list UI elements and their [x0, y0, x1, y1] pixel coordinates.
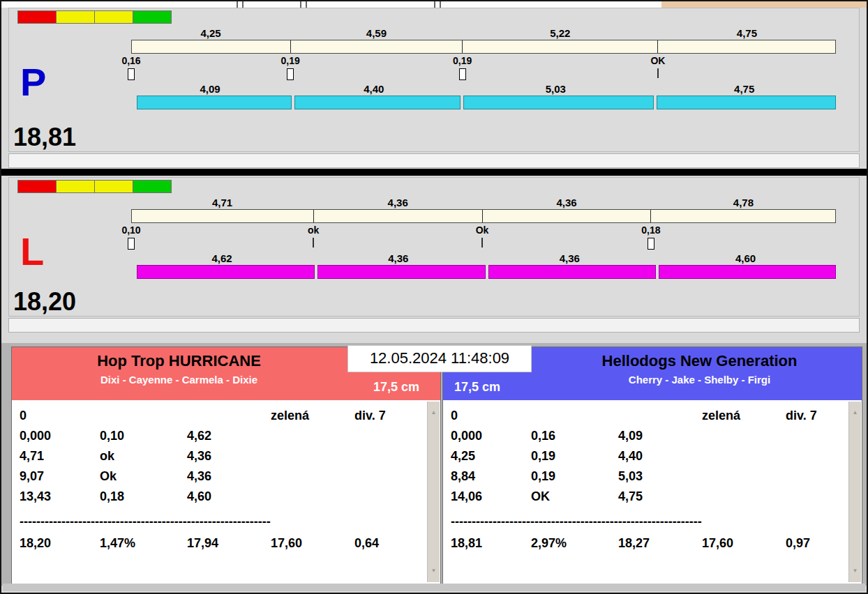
scroll-down-icon[interactable]: ▼	[849, 565, 861, 577]
run-bar-segment	[657, 96, 836, 109]
table-row: 0,0000,104,62	[20, 426, 424, 446]
run-bar	[137, 265, 836, 279]
ok-marker-line	[313, 238, 314, 247]
indicator-light	[17, 10, 57, 24]
summary-cell: 1,47%	[100, 536, 187, 551]
table-cell: ok	[100, 449, 187, 464]
fault-marker-box	[128, 238, 135, 250]
table-cell: div. 7	[354, 409, 424, 423]
indicator-lights	[17, 10, 171, 24]
table-divider-line: ----------------------------------------…	[451, 507, 714, 532]
tick-label: ok	[308, 224, 319, 236]
background-window-area	[661, 1, 867, 8]
team-dogs: Cherry - Jake - Shelby - Firgi	[443, 374, 862, 386]
scroll-down-icon[interactable]: ▼	[428, 565, 440, 577]
table-cell: 0,18	[100, 489, 187, 504]
scroll-up-icon[interactable]: ▲	[849, 407, 861, 418]
table-row: 0zelenádiv. 7	[20, 406, 424, 426]
vertical-scrollbar[interactable]: ▲ ▼	[427, 402, 440, 582]
results-table: 0zelenádiv. 70,0000,164,094,250,194,408,…	[443, 400, 862, 584]
split-labels-row: 4,254,595,224,75	[131, 27, 836, 40]
indicator-light	[133, 180, 172, 193]
background-window-fragment	[237, 1, 244, 8]
fault-marker-box	[287, 68, 294, 80]
split-labels-row: 4,714,364,364,78	[131, 197, 836, 209]
vertical-scrollbar[interactable]: ▲ ▼	[848, 402, 861, 582]
run-time-label: 4,62	[131, 252, 313, 265]
lane-track: 4,714,364,364,780,10okOk0,184,624,364,36…	[131, 197, 836, 279]
table-row: 13,430,184,60	[20, 487, 424, 507]
run-bar-segment	[488, 265, 657, 279]
run-labels-row: 4,094,405,034,75	[131, 83, 836, 96]
background-window-fragment	[300, 1, 307, 8]
run-bar-segment	[137, 265, 315, 279]
split-bar	[131, 40, 836, 54]
table-divider-line: ----------------------------------------…	[20, 507, 283, 532]
datetime-display: 12.05.2024 11:48:09	[348, 346, 531, 372]
table-cell: 4,71	[20, 449, 100, 464]
table-cell: 4,62	[187, 429, 271, 443]
table-cell: 8,84	[451, 469, 531, 484]
split-bar-segment	[650, 210, 835, 222]
summary-cell: 0,97	[786, 536, 845, 551]
table-cell: 0,19	[531, 469, 618, 484]
table-cell: Ok	[100, 469, 187, 484]
lane-track: 4,254,595,224,750,160,190,19OK4,094,405,…	[131, 27, 836, 109]
run-bar-segment	[317, 265, 486, 279]
indicator-light	[56, 180, 95, 193]
tick-area: 0,160,190,19OK	[131, 54, 836, 83]
split-bar-segment	[482, 210, 651, 222]
split-time-label: 4,75	[658, 27, 836, 40]
run-time-label: 5,03	[458, 83, 652, 96]
indicator-lights	[17, 180, 171, 193]
window-bottom-edge	[3, 584, 865, 591]
run-time-label: 4,40	[289, 83, 458, 96]
table-cell: 13,43	[20, 489, 100, 504]
lane-letter: P	[20, 63, 46, 102]
summary-cell: 17,60	[702, 536, 786, 551]
jump-height: 17,5 cm	[454, 380, 500, 395]
lane-letter: L	[20, 232, 44, 271]
summary-cell: 18,20	[20, 536, 100, 551]
run-bar-segment	[463, 96, 653, 109]
run-bar-segment	[294, 96, 461, 109]
split-time-label: 4,59	[290, 27, 462, 40]
summary-cell: 18,81	[451, 536, 531, 551]
lane-total-time: 18,20	[13, 289, 76, 314]
summary-cell: 0,64	[354, 536, 424, 551]
table-cell: 0	[451, 409, 531, 423]
table-row: 14,06OK4,75	[451, 487, 845, 507]
results-table: 0zelenádiv. 70,0000,104,624,71ok4,369,07…	[12, 400, 440, 584]
indicator-light	[17, 180, 57, 193]
table-cell: OK	[531, 489, 618, 504]
run-bar-segment	[137, 96, 292, 109]
split-time-label: 4,36	[313, 197, 482, 209]
split-bar-segment	[132, 210, 313, 222]
split-time-label: 5,22	[463, 27, 658, 40]
team-panel-right: Hellodogs New Generation Cherry - Jake -…	[442, 346, 862, 584]
tick-label: OK	[650, 55, 665, 66]
table-cell: 4,40	[618, 449, 702, 464]
table-cell: 0,16	[531, 429, 618, 443]
table-cell: 4,09	[618, 429, 702, 443]
run-time-label: 4,60	[655, 252, 836, 265]
background-window-fragment	[434, 1, 441, 8]
fault-marker-box	[128, 68, 135, 80]
indicator-light	[94, 180, 133, 193]
table-cell: 4,75	[618, 489, 702, 504]
scroll-up-icon[interactable]: ▲	[428, 407, 440, 418]
table-row: 4,250,194,40	[451, 446, 845, 466]
lane-panel-p: P 4,254,595,224,750,160,190,19OK4,094,40…	[8, 8, 860, 152]
table-row: 4,71ok4,36	[20, 446, 424, 466]
split-bar-segment	[313, 210, 482, 222]
split-bar-segment	[462, 40, 657, 53]
summary-cell: 17,94	[187, 536, 271, 551]
fault-marker-box	[459, 68, 466, 80]
summary-row: 18,812,97%18,2717,600,97	[451, 533, 845, 554]
table-row: 0zelenádiv. 7	[451, 406, 845, 426]
table-cell: 14,06	[451, 489, 531, 504]
status-strip	[8, 318, 860, 333]
fault-marker-box	[648, 238, 654, 250]
summary-row: 18,201,47%17,9417,600,64	[20, 533, 424, 554]
indicator-light	[56, 10, 95, 24]
